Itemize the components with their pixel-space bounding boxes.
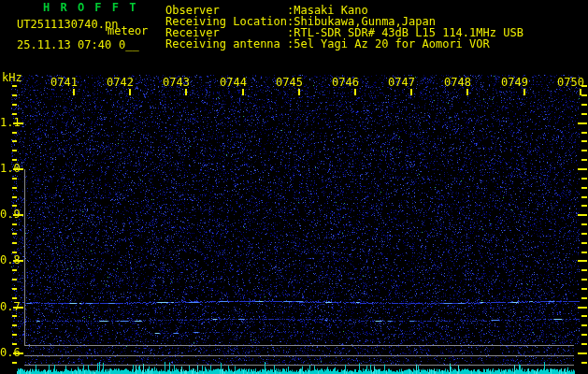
- time-tick-label: 0742: [107, 77, 134, 88]
- antenna-value: :5el Yagi Az 20 for Aomori VOR: [287, 38, 490, 50]
- time-tick-label: 0748: [444, 77, 471, 88]
- time-tick-label: 0743: [163, 77, 190, 88]
- freq-tick-label: 1.1: [0, 117, 21, 128]
- freq-tick-label: 0.8: [0, 254, 21, 266]
- freq-tick-label: 0.6: [0, 347, 21, 358]
- time-tick-label: 0747: [388, 77, 415, 88]
- time-tick-label: 0750: [557, 77, 584, 88]
- time-tick-label: 0749: [501, 77, 528, 88]
- freq-tick-label: 1.0: [0, 163, 21, 174]
- y-axis-unit: kHz: [2, 72, 22, 83]
- freq-tick-label: 0.7: [0, 301, 21, 312]
- freq-tick-label: 0.9: [0, 209, 21, 220]
- time-tick-label: 0746: [332, 77, 359, 88]
- app-title: H R O F F T: [43, 2, 137, 13]
- time-tick-label: 0745: [276, 77, 303, 88]
- time-tick-label: 0741: [50, 77, 78, 88]
- datetime: 25.11.13 07:40: [17, 39, 111, 50]
- output-filename: UT2511130740.pn: [17, 19, 118, 30]
- spectrogram-canvas: [0, 0, 588, 374]
- hrofft-window: H R O F F T UT2511130740.pn meteor 25.11…: [0, 0, 588, 374]
- echo-counter: 0__: [119, 39, 139, 50]
- observation-mode: meteor: [108, 25, 148, 36]
- time-tick-label: 0744: [220, 77, 247, 88]
- antenna-label: Receiving antenna: [165, 38, 280, 50]
